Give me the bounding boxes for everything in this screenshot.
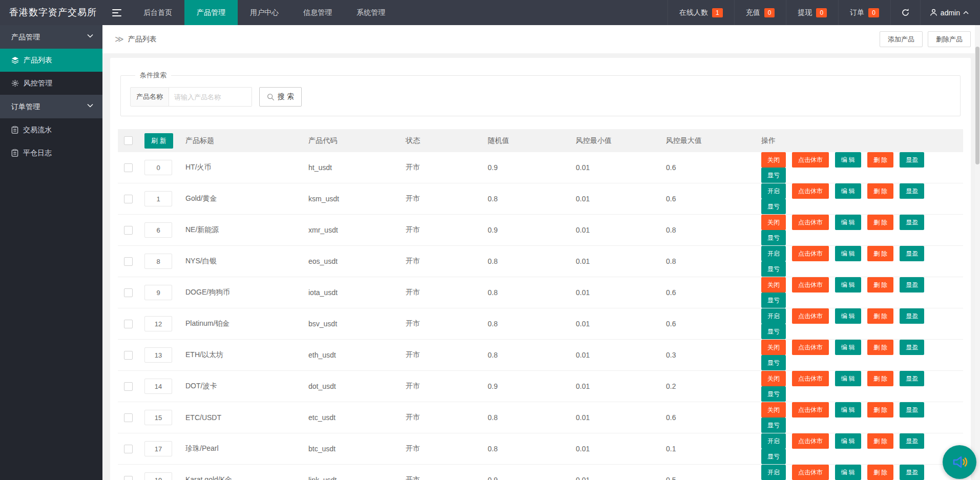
delete-button[interactable]: 删 除 <box>867 465 893 480</box>
toggle-market-button[interactable]: 关闭 <box>761 215 786 230</box>
show-profit-button[interactable]: 显盈 <box>900 277 924 293</box>
pause-market-button[interactable]: 点击休市 <box>792 371 829 386</box>
user-menu[interactable]: admin <box>920 0 980 25</box>
edit-button[interactable]: 编 辑 <box>835 183 861 199</box>
delete-button[interactable]: 删 除 <box>867 152 893 168</box>
toggle-market-button[interactable]: 关闭 <box>761 340 786 355</box>
delete-button[interactable]: 删 除 <box>867 433 893 449</box>
toggle-market-button[interactable]: 关闭 <box>761 152 786 168</box>
product-id-input[interactable] <box>144 347 172 363</box>
row-checkbox[interactable] <box>124 163 133 172</box>
delete-button[interactable]: 删 除 <box>867 308 893 324</box>
edit-button[interactable]: 编 辑 <box>835 215 861 230</box>
refresh-icon[interactable] <box>890 0 920 25</box>
page-scrollbar[interactable] <box>975 25 980 480</box>
nav-item-dashboard[interactable]: 后台首页 <box>131 0 184 25</box>
nav-item-products[interactable]: 产品管理 <box>184 0 238 25</box>
nav-item-users[interactable]: 用户中心 <box>238 0 291 25</box>
delete-product-button[interactable]: 删除产品 <box>928 31 971 47</box>
show-loss-button[interactable]: 显亏 <box>761 449 786 464</box>
sidebar-item-trade-flow[interactable]: 交易流水 <box>0 118 102 141</box>
edit-button[interactable]: 编 辑 <box>835 340 861 355</box>
show-loss-button[interactable]: 显亏 <box>761 168 786 183</box>
delete-button[interactable]: 删 除 <box>867 246 893 261</box>
nav-item-system[interactable]: 系统管理 <box>344 0 398 25</box>
add-product-button[interactable]: 添加产品 <box>880 31 923 47</box>
product-id-input[interactable] <box>144 254 172 269</box>
product-id-input[interactable] <box>144 160 172 175</box>
row-checkbox[interactable] <box>124 195 133 203</box>
scrollbar-thumb[interactable] <box>975 47 979 164</box>
product-id-input[interactable] <box>144 379 172 394</box>
pause-market-button[interactable]: 点击休市 <box>792 277 829 293</box>
stat-deposit[interactable]: 充值 0 <box>734 0 786 25</box>
product-id-input[interactable] <box>144 441 172 456</box>
row-checkbox[interactable] <box>124 351 133 360</box>
delete-button[interactable]: 删 除 <box>867 183 893 199</box>
pause-market-button[interactable]: 点击休市 <box>792 183 829 199</box>
toggle-market-button[interactable]: 开启 <box>761 308 786 324</box>
sidebar-item-product-list[interactable]: 产品列表 <box>0 49 102 72</box>
show-loss-button[interactable]: 显亏 <box>761 418 786 433</box>
audio-fab-button[interactable] <box>943 445 976 479</box>
toggle-market-button[interactable]: 开启 <box>761 246 786 261</box>
edit-button[interactable]: 编 辑 <box>835 433 861 449</box>
show-profit-button[interactable]: 显盈 <box>900 340 924 355</box>
pause-market-button[interactable]: 点击休市 <box>792 308 829 324</box>
show-loss-button[interactable]: 显亏 <box>761 324 786 339</box>
show-profit-button[interactable]: 显盈 <box>900 308 924 324</box>
product-id-input[interactable] <box>144 222 172 238</box>
show-profit-button[interactable]: 显盈 <box>900 433 924 449</box>
select-all-checkbox[interactable] <box>124 136 133 145</box>
product-id-input[interactable] <box>144 316 172 331</box>
edit-button[interactable]: 编 辑 <box>835 402 861 418</box>
edit-button[interactable]: 编 辑 <box>835 277 861 293</box>
delete-button[interactable]: 删 除 <box>867 340 893 355</box>
show-profit-button[interactable]: 显盈 <box>900 246 924 261</box>
edit-button[interactable]: 编 辑 <box>835 308 861 324</box>
stat-orders[interactable]: 订单 0 <box>838 0 890 25</box>
refresh-button[interactable]: 刷 新 <box>144 133 173 149</box>
search-button[interactable]: 搜 索 <box>259 87 302 107</box>
pause-market-button[interactable]: 点击休市 <box>792 433 829 449</box>
stat-online[interactable]: 在线人数 1 <box>668 0 734 25</box>
stat-withdraw[interactable]: 提现 0 <box>786 0 838 25</box>
show-loss-button[interactable]: 显亏 <box>761 230 786 245</box>
show-profit-button[interactable]: 显盈 <box>900 402 924 418</box>
edit-button[interactable]: 编 辑 <box>835 371 861 386</box>
row-checkbox[interactable] <box>124 257 133 266</box>
toggle-market-button[interactable]: 关闭 <box>761 402 786 418</box>
sidebar-item-close-log[interactable]: 平仓日志 <box>0 141 102 164</box>
row-checkbox[interactable] <box>124 288 133 297</box>
row-checkbox[interactable] <box>124 320 133 328</box>
delete-button[interactable]: 删 除 <box>867 215 893 230</box>
edit-button[interactable]: 编 辑 <box>835 465 861 480</box>
show-profit-button[interactable]: 显盈 <box>900 152 924 168</box>
pause-market-button[interactable]: 点击休市 <box>792 152 829 168</box>
toggle-market-button[interactable]: 开启 <box>761 183 786 199</box>
edit-button[interactable]: 编 辑 <box>835 152 861 168</box>
delete-button[interactable]: 删 除 <box>867 402 893 418</box>
row-checkbox[interactable] <box>124 476 133 480</box>
row-checkbox[interactable] <box>124 445 133 453</box>
edit-button[interactable]: 编 辑 <box>835 246 861 261</box>
row-checkbox[interactable] <box>124 382 133 391</box>
sidebar-group-orders[interactable]: 订单管理 <box>0 95 102 118</box>
product-name-input[interactable] <box>169 87 252 107</box>
show-profit-button[interactable]: 显盈 <box>900 215 924 230</box>
product-id-input[interactable] <box>144 285 172 300</box>
row-checkbox[interactable] <box>124 413 133 422</box>
pause-market-button[interactable]: 点击休市 <box>792 465 829 480</box>
pause-market-button[interactable]: 点击休市 <box>792 402 829 418</box>
show-loss-button[interactable]: 显亏 <box>761 293 786 308</box>
show-profit-button[interactable]: 显盈 <box>900 465 924 480</box>
delete-button[interactable]: 删 除 <box>867 371 893 386</box>
hamburger-menu-icon[interactable] <box>102 0 131 25</box>
show-loss-button[interactable]: 显亏 <box>761 355 786 370</box>
delete-button[interactable]: 删 除 <box>867 277 893 293</box>
toggle-market-button[interactable]: 关闭 <box>761 277 786 293</box>
show-loss-button[interactable]: 显亏 <box>761 261 786 277</box>
sidebar-group-products[interactable]: 产品管理 <box>0 25 102 49</box>
toggle-market-button[interactable]: 开启 <box>761 465 786 480</box>
show-profit-button[interactable]: 显盈 <box>900 371 924 386</box>
